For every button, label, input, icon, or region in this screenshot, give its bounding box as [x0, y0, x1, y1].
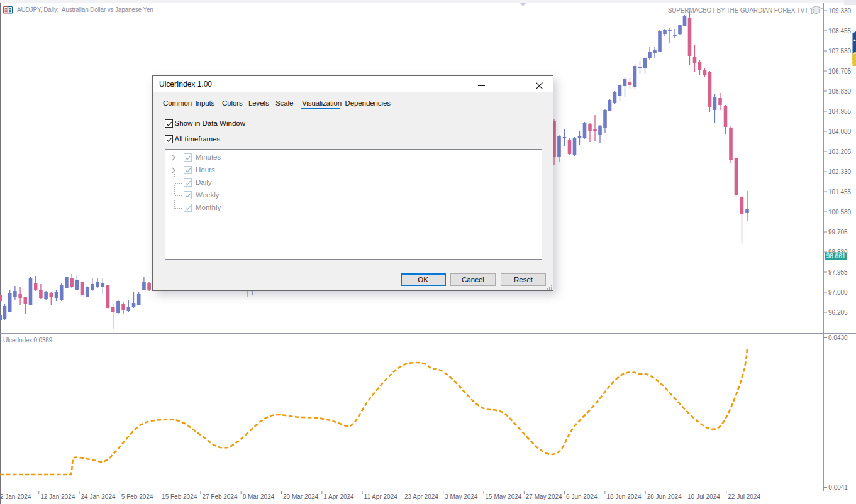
- svg-text:108.455: 108.455: [828, 28, 852, 35]
- svg-text:20 Mar 2024: 20 Mar 2024: [283, 493, 319, 500]
- svg-text:11 Apr 2024: 11 Apr 2024: [364, 493, 398, 500]
- svg-text:10 Jul 2024: 10 Jul 2024: [687, 493, 720, 500]
- svg-text:105.830: 105.830: [828, 88, 852, 95]
- svg-text:28 Jun 2024: 28 Jun 2024: [647, 493, 682, 500]
- svg-text:104.955: 104.955: [828, 108, 852, 115]
- svg-text:UlcerIndex 0.0389: UlcerIndex 0.0389: [3, 337, 53, 344]
- svg-text:AUDJPY, Daily: Australian Dol: AUDJPY, Daily: Australian Dollar vs Japa…: [17, 6, 153, 13]
- svg-text:98.661: 98.661: [826, 253, 846, 260]
- svg-text:96.205: 96.205: [828, 309, 848, 316]
- svg-text:15 Feb 2024: 15 Feb 2024: [162, 493, 197, 500]
- svg-text:97.955: 97.955: [828, 269, 848, 276]
- svg-text:-0.0041: -0.0041: [826, 484, 848, 491]
- svg-text:8 Mar 2024: 8 Mar 2024: [243, 493, 275, 500]
- svg-text:27 Feb 2024: 27 Feb 2024: [202, 493, 238, 500]
- svg-text:109.330: 109.330: [828, 8, 852, 14]
- svg-text:5 Feb 2024: 5 Feb 2024: [121, 493, 153, 500]
- svg-text:23 Apr 2024: 23 Apr 2024: [404, 493, 438, 500]
- svg-text:106.705: 106.705: [828, 68, 852, 75]
- svg-text:1 Apr 2024: 1 Apr 2024: [323, 493, 354, 500]
- svg-text:99.705: 99.705: [828, 229, 848, 236]
- svg-text:22 Jul 2024: 22 Jul 2024: [728, 493, 760, 500]
- svg-text:12 Jan 2024: 12 Jan 2024: [40, 493, 75, 500]
- svg-text:103.205: 103.205: [828, 148, 852, 155]
- svg-text:0.0430: 0.0430: [828, 334, 848, 341]
- svg-text:2 Jan 2024: 2 Jan 2024: [0, 493, 31, 500]
- svg-text:97.080: 97.080: [828, 289, 848, 296]
- svg-text:18 Jun 2024: 18 Jun 2024: [606, 493, 641, 500]
- svg-text:27 May 2024: 27 May 2024: [526, 493, 562, 500]
- svg-text:15 May 2024: 15 May 2024: [486, 493, 522, 500]
- svg-text:24 Jan 2024: 24 Jan 2024: [81, 493, 116, 500]
- svg-text:6 Jun 2024: 6 Jun 2024: [566, 493, 598, 500]
- svg-text:SUPERMACBOT BY THE GUARDIAN FO: SUPERMACBOT BY THE GUARDIAN FOREX TVT: [668, 7, 808, 14]
- svg-text:104.080: 104.080: [828, 128, 852, 135]
- svg-text:102.330: 102.330: [828, 168, 852, 175]
- svg-text:100.580: 100.580: [828, 209, 852, 216]
- svg-text:107.580: 107.580: [828, 48, 852, 55]
- svg-text:101.455: 101.455: [828, 189, 852, 195]
- svg-text:3 May 2024: 3 May 2024: [445, 493, 478, 500]
